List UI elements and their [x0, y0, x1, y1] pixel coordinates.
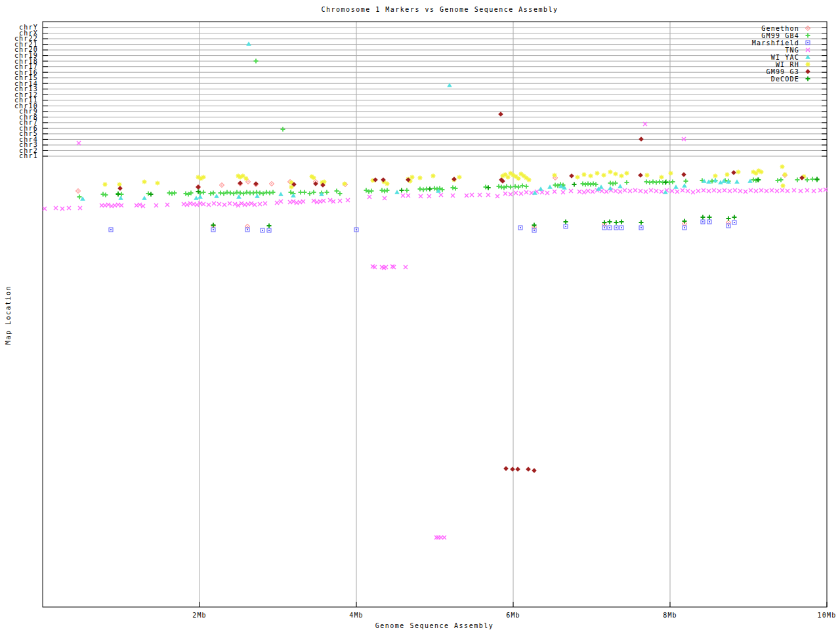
legend-label-gm99-g3: GM99 G3 — [766, 68, 799, 75]
series-gm99-gb4 — [77, 59, 820, 200]
series-tng — [43, 122, 828, 539]
legend-label-decode: DeCODE — [771, 75, 799, 83]
y-tick-label: chr1 — [19, 152, 38, 159]
axes — [43, 22, 827, 607]
x-tick-label: 6Mb — [506, 612, 520, 619]
x-tick-labels: 2Mb4Mb6Mb8Mb10Mb — [192, 612, 836, 619]
series-marshfield — [109, 220, 736, 232]
y-tick-labels: chrYchrXchr22chr21chr20chr19chr18chr17ch… — [14, 24, 38, 159]
chart: Chromosome 1 Markers vs Genome Sequence … — [0, 0, 840, 630]
series-genethon — [76, 173, 788, 230]
series-wi-rh — [103, 165, 807, 190]
legend-label-wi-yac: WI YAC — [771, 54, 799, 61]
gridlines — [43, 22, 827, 607]
x-tick-label: 4Mb — [349, 612, 364, 619]
legend-label-wi-rh: WI RH — [776, 61, 799, 68]
legend-label-marshfield: Marshfield — [752, 39, 799, 47]
x-tick-label: 2Mb — [192, 612, 207, 619]
plot-area: chrYchrXchr22chr21chr20chr19chr18chr17ch… — [0, 0, 840, 630]
series-gm99-g3 — [117, 112, 805, 473]
legend-label-gm99-gb4: GM99 GB4 — [761, 32, 799, 39]
legend-label-genethon: Genethon — [761, 25, 799, 32]
series-wi-yac — [80, 41, 753, 201]
x-tick-label: 10Mb — [818, 612, 837, 619]
legend-label-tng: TNG — [785, 47, 799, 54]
x-tick-label: 8Mb — [663, 612, 677, 619]
